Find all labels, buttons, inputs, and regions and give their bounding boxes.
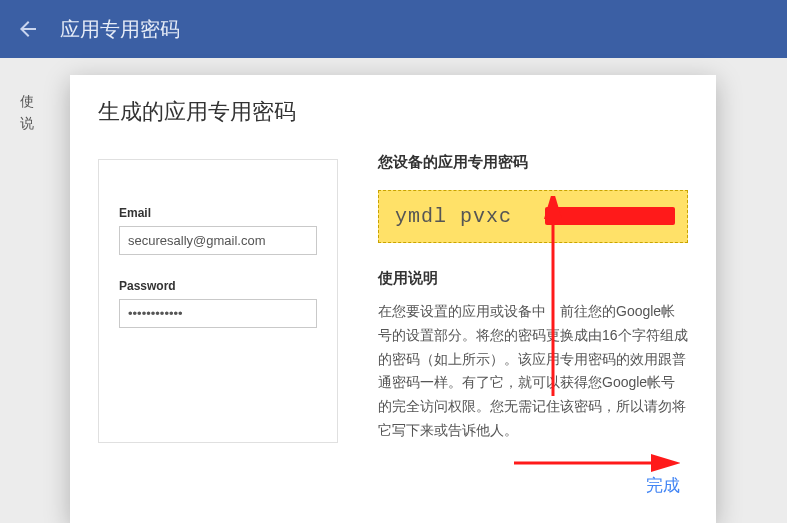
right-panel: 您设备的应用专用密码 ymdl pvxc 使用说明 在您要设置的应用或设备中，前… xyxy=(378,159,688,443)
modal-dialog: 生成的应用专用密码 Email Password 您设备的应用专用密码 ymdl… xyxy=(70,75,716,523)
instructions-body: 在您要设置的应用或设备中，前往您的Google帐号的设置部分。将您的密码更换成由… xyxy=(378,300,688,443)
done-button[interactable]: 完成 xyxy=(642,468,684,503)
bg-line-1: 使 xyxy=(20,90,34,112)
redaction-bar xyxy=(545,207,675,225)
modal-body: Email Password 您设备的应用专用密码 ymdl pvxc 使用说明… xyxy=(98,159,688,443)
device-password-heading: 您设备的应用专用密码 xyxy=(378,153,688,172)
password-label: Password xyxy=(119,279,317,293)
email-label: Email xyxy=(119,206,317,220)
sample-login-card: Email Password xyxy=(98,159,338,443)
appbar: 应用专用密码 xyxy=(0,0,787,58)
bg-line-2: 说 xyxy=(20,112,34,134)
modal-title: 生成的应用专用密码 xyxy=(98,97,688,127)
instructions-heading: 使用说明 xyxy=(378,269,688,288)
email-field[interactable] xyxy=(119,226,317,255)
done-row: 完成 xyxy=(642,468,684,503)
generated-password-box: ymdl pvxc xyxy=(378,190,688,243)
password-field[interactable] xyxy=(119,299,317,328)
back-arrow-icon[interactable] xyxy=(16,17,40,41)
appbar-title: 应用专用密码 xyxy=(60,16,180,43)
background-text: 使 说 xyxy=(20,90,34,135)
generated-password-text: ymdl pvxc xyxy=(395,205,512,228)
